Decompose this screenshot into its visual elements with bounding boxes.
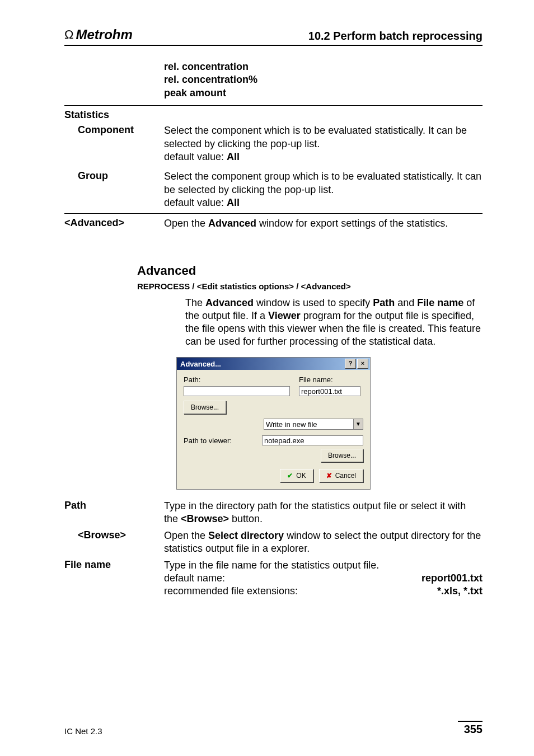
path-to-viewer-label: Path to viewer: — [184, 436, 256, 445]
advanced-row-label: <Advanced> — [64, 217, 164, 229]
component-label: Component — [64, 124, 164, 136]
cancel-icon: ✘ — [326, 470, 332, 481]
divider — [64, 105, 483, 106]
path-row-label: Path — [64, 500, 164, 511]
filename-input[interactable] — [299, 386, 360, 396]
brand-icon: Ω — [64, 27, 73, 42]
value-item: rel. concentration — [164, 60, 483, 73]
dialog-title: Advanced... — [180, 360, 221, 368]
path-row-desc: Type in the directory path for the stati… — [164, 500, 483, 526]
brand-text: Metrohm — [76, 27, 132, 43]
filename-row-label: File name — [64, 559, 164, 571]
path-input[interactable] — [184, 386, 290, 396]
check-icon: ✔ — [287, 470, 293, 481]
select-value: Write in new file — [266, 420, 353, 429]
page-number: 355 — [458, 721, 483, 736]
group-label: Group — [64, 170, 164, 182]
dialog-title-bar: Advanced... ? × — [177, 358, 370, 370]
filename-row-desc: Type in the file name for the statistics… — [164, 559, 483, 598]
browse-viewer-button[interactable]: Browse... — [321, 449, 363, 462]
section-title: 10.2 Perform batch reprocessing — [308, 30, 483, 43]
statistics-label: Statistics — [64, 109, 164, 121]
close-icon[interactable]: × — [357, 359, 368, 369]
advanced-row-desc: Open the Advanced window for export sett… — [164, 217, 483, 230]
breadcrumb: REPROCESS / <Edit statistics options> / … — [137, 281, 483, 291]
ok-button[interactable]: ✔OK — [280, 469, 313, 482]
value-item: rel. concentration% — [164, 73, 483, 86]
write-mode-select[interactable]: Write in new file ▼ — [264, 419, 363, 430]
browse-row-label: <Browse> — [64, 529, 164, 541]
value-list: rel. concentration rel. concentration% p… — [164, 60, 483, 100]
component-desc: Select the component which is to be eval… — [164, 124, 483, 163]
chevron-down-icon: ▼ — [353, 419, 363, 429]
advanced-dialog: Advanced... ? × Path: Browse... File nam… — [176, 357, 371, 490]
help-icon[interactable]: ? — [345, 359, 356, 369]
filename-label: File name: — [299, 375, 363, 384]
group-desc: Select the component group which is to b… — [164, 170, 483, 209]
advanced-heading: Advanced — [137, 264, 483, 278]
intro-paragraph: The Advanced window is used to specify P… — [185, 297, 483, 348]
browse-path-button[interactable]: Browse... — [184, 401, 226, 414]
value-item: peak amount — [164, 87, 483, 100]
product-name: IC Net 2.3 — [64, 726, 102, 736]
path-label: Path: — [184, 375, 293, 384]
divider — [64, 213, 483, 214]
page-footer: IC Net 2.3 355 — [64, 721, 483, 736]
page-header: Ω Metrohm 10.2 Perform batch reprocessin… — [64, 27, 483, 46]
brand-logo: Ω Metrohm — [64, 27, 133, 43]
cancel-button[interactable]: ✘Cancel — [319, 469, 363, 482]
path-to-viewer-input[interactable] — [262, 435, 363, 445]
browse-row-desc: Open the Select directory window to sele… — [164, 529, 483, 556]
